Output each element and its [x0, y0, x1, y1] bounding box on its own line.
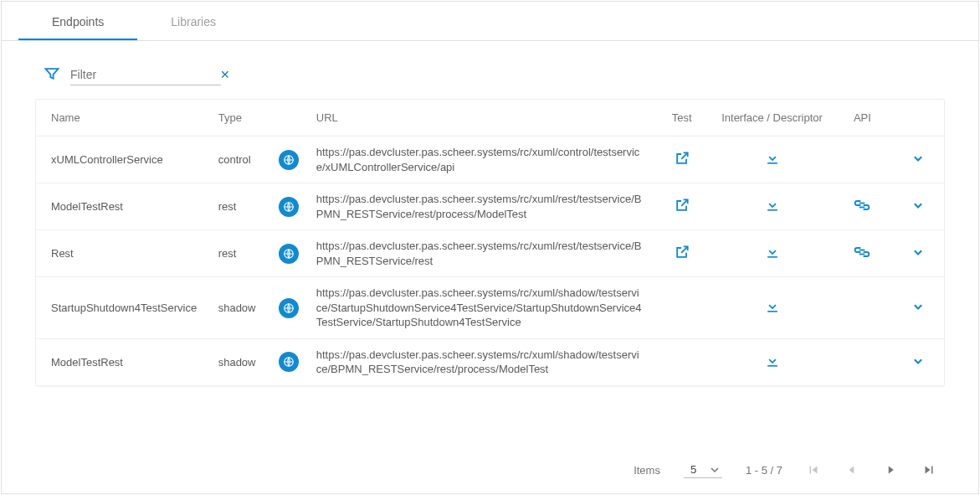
expand-row-icon[interactable]: [910, 298, 926, 315]
download-descriptor-icon[interactable]: [764, 197, 781, 214]
table-row: ModelTestRestresthttps://pas.devcluster.…: [36, 183, 944, 230]
open-test-icon[interactable]: [674, 150, 690, 167]
expand-row-icon[interactable]: [910, 150, 926, 167]
col-interface[interactable]: Interface / Descriptor: [712, 100, 833, 137]
table-row: xUMLControllerServicecontrolhttps://pas.…: [36, 137, 944, 183]
clear-filter-icon[interactable]: ✕: [217, 68, 233, 81]
cell-type: rest: [210, 183, 270, 230]
app-shell: Endpoints Libraries ✕ Name Type URL Test…: [1, 1, 979, 494]
open-test-icon[interactable]: [674, 197, 690, 214]
cell-url: https://pas.devcluster.pas.scheer.system…: [316, 145, 644, 174]
svg-rect-5: [767, 256, 777, 258]
tab-bar: Endpoints Libraries: [2, 2, 978, 41]
globe-icon[interactable]: [279, 298, 299, 318]
cell-url: https://pas.devcluster.pas.scheer.system…: [316, 192, 644, 221]
tab-libraries[interactable]: Libraries: [137, 2, 249, 40]
cell-name: StartupShutdown4TestService: [36, 277, 210, 339]
cell-type: rest: [210, 230, 270, 277]
svg-rect-3: [767, 209, 777, 211]
open-test-icon[interactable]: [674, 244, 690, 260]
svg-rect-9: [767, 365, 777, 367]
col-test[interactable]: Test: [652, 100, 712, 137]
cell-name: xUMLControllerService: [36, 137, 210, 183]
cell-url: https://pas.devcluster.pas.scheer.system…: [316, 348, 644, 377]
col-api[interactable]: API: [832, 100, 892, 137]
filter-row: ✕: [2, 41, 978, 99]
page-range: 1 - 5 / 7: [746, 464, 782, 477]
filter-input[interactable]: [70, 64, 217, 85]
download-descriptor-icon[interactable]: [764, 150, 781, 167]
cell-type: shadow: [210, 277, 270, 339]
api-link-icon[interactable]: [854, 197, 870, 214]
filter-input-wrap: ✕: [70, 64, 221, 85]
svg-rect-7: [767, 311, 777, 312]
col-name[interactable]: Name: [36, 100, 210, 137]
table-header-row: Name Type URL Test Interface / Descripto…: [36, 100, 944, 137]
table-row: Restresthttps://pas.devcluster.pas.schee…: [36, 230, 944, 277]
cell-url: https://pas.devcluster.pas.scheer.system…: [316, 286, 644, 330]
col-type[interactable]: Type: [210, 100, 270, 137]
table-row: ModelTestRestshadowhttps://pas.devcluste…: [36, 338, 944, 385]
last-page-button[interactable]: [921, 462, 936, 477]
cell-name: ModelTestRest: [36, 183, 210, 230]
expand-row-icon[interactable]: [910, 353, 926, 369]
expand-row-icon[interactable]: [910, 197, 926, 214]
globe-icon[interactable]: [279, 352, 299, 372]
next-page-button[interactable]: [883, 462, 898, 477]
table-row: StartupShutdown4TestServiceshadowhttps:/…: [36, 277, 944, 339]
cell-name: ModelTestRest: [36, 338, 210, 385]
filter-icon[interactable]: [44, 65, 60, 85]
prev-page-button[interactable]: [844, 462, 859, 477]
download-descriptor-icon[interactable]: [764, 244, 781, 260]
globe-icon[interactable]: [279, 150, 299, 170]
svg-rect-1: [767, 162, 777, 164]
items-label: Items: [634, 464, 660, 477]
cell-type: shadow: [210, 338, 270, 385]
first-page-button[interactable]: [806, 462, 821, 477]
expand-row-icon[interactable]: [910, 244, 926, 260]
page-size-value: 5: [690, 463, 696, 476]
endpoints-table: Name Type URL Test Interface / Descripto…: [35, 99, 945, 386]
col-url[interactable]: URL: [308, 100, 652, 137]
download-descriptor-icon[interactable]: [764, 298, 781, 315]
api-link-icon[interactable]: [854, 244, 870, 260]
page-size-select[interactable]: 5: [684, 461, 722, 478]
pagination: Items 5 1 - 5 / 7: [2, 446, 978, 493]
globe-icon[interactable]: [279, 244, 299, 264]
cell-name: Rest: [36, 230, 210, 277]
download-descriptor-icon[interactable]: [764, 353, 781, 369]
cell-url: https://pas.devcluster.pas.scheer.system…: [316, 239, 644, 268]
tab-endpoints[interactable]: Endpoints: [18, 2, 137, 40]
cell-type: control: [210, 137, 270, 183]
globe-icon[interactable]: [279, 197, 299, 217]
